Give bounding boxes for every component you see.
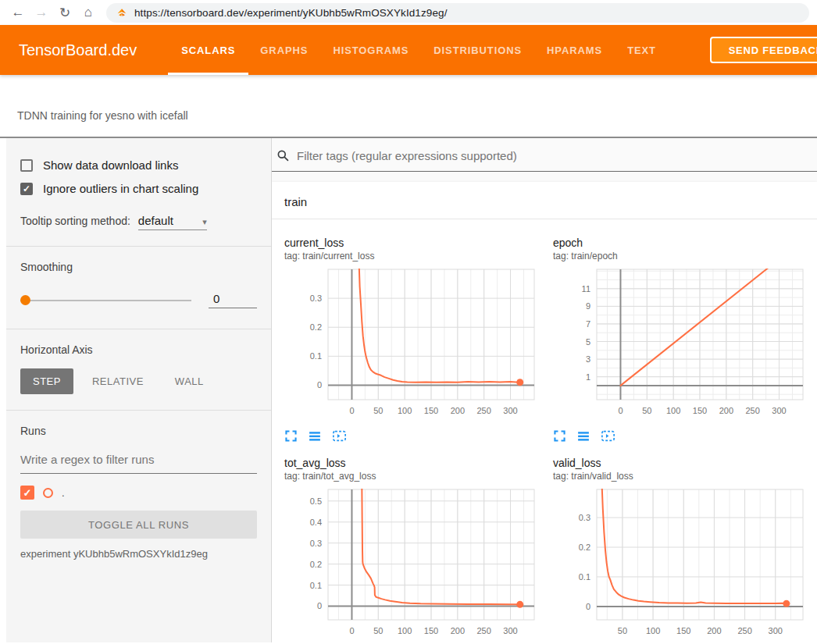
back-icon[interactable]: ← (8, 2, 28, 23)
chart-tag: tag: train/current_loss (284, 251, 542, 262)
run-row: ✓ . (20, 486, 257, 500)
svg-text:0.5: 0.5 (310, 496, 322, 506)
run-name: . (62, 487, 65, 499)
tab-histograms[interactable]: HISTOGRAMS (330, 25, 411, 75)
svg-text:50: 50 (373, 406, 383, 415)
svg-text:0.2: 0.2 (579, 543, 590, 552)
svg-text:200: 200 (451, 406, 465, 415)
svg-text:150: 150 (693, 406, 707, 415)
experiment-id-label: experiment yKUbhb5wRmOSXYkId1z9eg (20, 548, 257, 560)
log-scale-icon[interactable] (576, 429, 590, 443)
fit-domain-icon[interactable] (601, 429, 615, 443)
axis-step-button[interactable]: STEP (20, 368, 73, 394)
smoothing-slider-knob[interactable] (20, 295, 30, 305)
svg-text:100: 100 (398, 406, 412, 415)
forward-icon[interactable]: → (31, 2, 52, 23)
svg-text:200: 200 (707, 626, 721, 635)
ignore-outliers-checkbox-row[interactable]: ✓ Ignore outliers in chart scaling (20, 182, 257, 195)
search-icon (276, 149, 290, 162)
chart-tag: tag: train/valid_loss (553, 471, 811, 482)
svg-text:0.2: 0.2 (310, 322, 322, 332)
svg-text:0.4: 0.4 (310, 518, 322, 527)
svg-text:3: 3 (586, 354, 590, 364)
show-download-links-checkbox-row[interactable]: Show data download links (20, 158, 257, 172)
main-panel: Filter tags (regular expressions support… (272, 138, 817, 642)
brand-logo[interactable]: TensorBoard.dev (19, 41, 137, 59)
svg-text:5: 5 (586, 337, 590, 347)
train-section-card: train current_losstag: train/current_los… (272, 182, 817, 642)
log-scale-icon[interactable] (308, 429, 322, 443)
svg-text:200: 200 (451, 626, 465, 635)
svg-text:300: 300 (503, 406, 517, 415)
chart-plot-epoch[interactable]: 0501001502002503001357911 (553, 265, 811, 425)
chart-title: epoch (553, 237, 811, 249)
settings-sidebar: Show data download links ✓ Ignore outlie… (0, 138, 272, 642)
tab-scalars[interactable]: SCALARS (179, 25, 237, 75)
filter-tags-placeholder: Filter tags (regular expressions support… (297, 149, 517, 162)
svg-text:0: 0 (317, 601, 322, 610)
checkbox-unchecked-icon[interactable] (20, 159, 33, 172)
tab-distributions[interactable]: DISTRIBUTIONS (431, 25, 524, 75)
runs-filter-placeholder: Write a regex to filter runs (20, 453, 154, 466)
tab-text[interactable]: TEXT (625, 25, 658, 75)
svg-text:200: 200 (719, 406, 733, 415)
tooltip-sorting-select[interactable]: default ▾ (138, 214, 207, 230)
svg-text:9: 9 (586, 301, 590, 311)
checkbox-checked-icon[interactable]: ✓ (20, 183, 33, 195)
fit-domain-icon[interactable] (332, 429, 347, 443)
svg-text:150: 150 (676, 626, 690, 635)
svg-text:11: 11 (582, 284, 590, 294)
tab-hparams[interactable]: HPARAMS (544, 25, 605, 75)
chart-title: tot_avg_loss (284, 457, 542, 469)
svg-text:250: 250 (746, 406, 760, 415)
svg-text:150: 150 (424, 626, 438, 635)
tooltip-sorting-label: Tooltip sorting method: (20, 215, 130, 227)
address-bar[interactable]: https://tensorboard.dev/experiment/yKUbh… (106, 3, 809, 23)
chart-actions (553, 429, 811, 443)
expand-chart-icon[interactable] (553, 429, 566, 443)
svg-text:100: 100 (666, 406, 680, 415)
chart-plot-tot_avg_loss[interactable]: 05010015020025030000.10.20.30.40.5 (284, 486, 542, 642)
toggle-all-runs-button[interactable]: TOGGLE ALL RUNS (20, 511, 257, 539)
svg-text:0.1: 0.1 (310, 581, 322, 590)
section-header-train[interactable]: train (272, 182, 817, 219)
svg-text:250: 250 (477, 626, 491, 635)
svg-text:0: 0 (317, 380, 322, 390)
chart-plot-valid_loss[interactable]: 5010015020025030000.10.20.3 (553, 486, 811, 642)
filter-tags-input[interactable]: Filter tags (regular expressions support… (272, 144, 817, 172)
runs-filter-input[interactable]: Write a regex to filter runs (20, 453, 257, 474)
experiment-title: TDNN training for yesno with icefall (17, 109, 817, 122)
svg-text:0: 0 (349, 406, 354, 415)
home-icon[interactable]: ⌂ (78, 2, 98, 23)
url-text: https://tensorboard.dev/experiment/yKUbh… (134, 7, 448, 19)
svg-text:7: 7 (586, 319, 590, 329)
svg-text:50: 50 (618, 626, 627, 635)
chart-title: valid_loss (553, 457, 811, 469)
tab-bar: SCALARS GRAPHS HISTOGRAMS DISTRIBUTIONS … (179, 25, 658, 75)
send-feedback-button[interactable]: SEND FEEDBACK (710, 37, 817, 63)
svg-text:0.1: 0.1 (310, 351, 322, 361)
svg-text:0.3: 0.3 (310, 539, 322, 548)
svg-text:300: 300 (772, 406, 786, 415)
svg-text:250: 250 (737, 626, 751, 635)
browser-toolbar: ← → ↻ ⌂ https://tensorboard.dev/experime… (0, 0, 817, 25)
show-download-links-label: Show data download links (43, 158, 178, 172)
chart-plot-current_loss[interactable]: 05010015020025030000.10.20.3 (284, 265, 542, 425)
svg-text:0: 0 (586, 602, 590, 611)
smoothing-value-input[interactable]: 0 (209, 292, 257, 308)
axis-wall-button[interactable]: WALL (162, 368, 216, 394)
axis-relative-button[interactable]: RELATIVE (80, 368, 156, 394)
svg-text:50: 50 (642, 406, 651, 415)
smoothing-slider[interactable] (20, 300, 191, 301)
reload-icon[interactable]: ↻ (55, 2, 75, 23)
run-checkbox-checked[interactable]: ✓ (20, 486, 34, 500)
expand-chart-icon[interactable] (284, 429, 298, 443)
svg-text:250: 250 (477, 406, 491, 415)
tooltip-sorting-value: default (138, 214, 173, 227)
app-header: TensorBoard.dev SCALARS GRAPHS HISTOGRAM… (0, 25, 817, 75)
chart-actions (284, 429, 542, 443)
tab-graphs[interactable]: GRAPHS (258, 25, 310, 75)
chart-cell-valid_loss: valid_losstag: train/valid_loss501001502… (553, 457, 811, 642)
experiment-title-band: TDNN training for yesno with icefall (0, 75, 817, 138)
svg-text:50: 50 (373, 626, 383, 635)
